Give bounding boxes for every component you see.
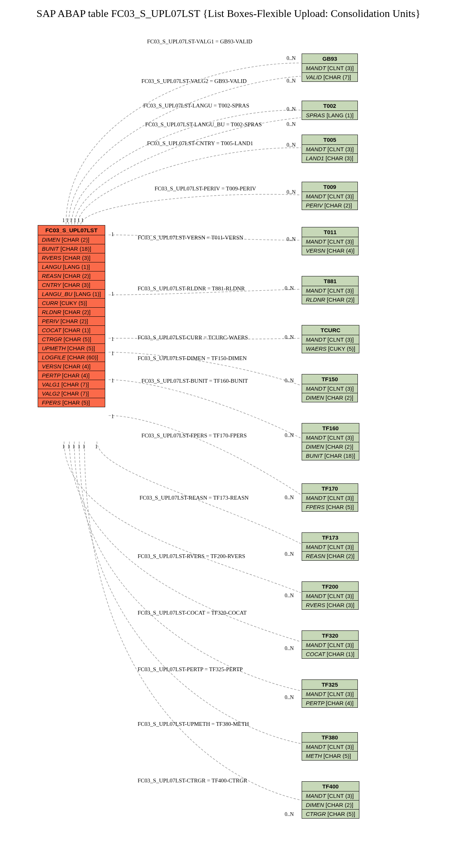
entity-field: LANGU [LANG (1)] [38,262,105,271]
entity-tf150: TF150MANDT [CLNT (3)]DIMEN [CHAR (2)] [302,374,358,402]
relationship-label: FC03_S_UPL07LST-VERSN = T011-VERSN [138,235,243,241]
entity-field: BUNIT [CHAR (18)] [38,244,105,253]
entity-field: DIMEN [CHAR (2)] [302,442,359,451]
relationship-label: FC03_S_UPL07LST-RVERS = TF200-RVERS [138,553,245,560]
cardinality-src: 1 [95,444,98,450]
relationship-label: FC03_S_UPL07LST-VALG2 = GB93-VALID [141,78,247,84]
cardinality-dst: 0..N [285,285,294,291]
entity-field: COCAT [CHAR (1)] [38,326,105,335]
entity-tcurc: TCURCMANDT [CLNT (3)]WAERS [CUKY (5)] [302,325,359,353]
entity-field: VERSN [CHAR (4)] [302,246,358,255]
entity-header: GB93 [302,54,357,64]
entity-header: T002 [302,101,357,111]
entity-tf170: TF170MANDT [CLNT (3)]FPERS [CHAR (5)] [302,483,358,512]
cardinality-dst: 0..N [285,378,294,384]
relationship-label: FC03_S_UPL07LST-REASN = TF173-REASN [140,495,248,501]
entity-field: LAND1 [CHAR (3)] [302,154,357,163]
entity-header: T011 [302,227,358,237]
cardinality-src: 1 [78,444,80,450]
entity-header: TF325 [302,680,357,690]
entity-field: COCAT [CHAR (1)] [302,650,358,658]
entity-field: FPERS [CHAR (5)] [38,398,105,407]
entity-header: TF160 [302,423,359,433]
cardinality-dst: 0..N [285,646,294,652]
relationship-label: FC03_S_UPL07LST-UPMETH = TF380-METH [138,721,249,727]
entity-header: TF170 [302,484,358,494]
entity-t009: T009MANDT [CLNT (3)]PERIV [CHAR (2)] [302,182,358,210]
cardinality-dst: 0..N [285,495,294,501]
cardinality-src: 1 [77,218,80,224]
entity-header: TF320 [302,631,358,641]
relationship-label: FC03_S_UPL07LST-CNTRY = T005-LAND1 [147,140,253,147]
entity-field: PERIV [CHAR (2)] [38,317,105,326]
cardinality-dst: 0..N [285,551,294,557]
connector-lines [8,27,449,857]
page-title: SAP ABAP table FC03_S_UPL07LST {List Box… [8,8,449,20]
entity-field: UPMETH [CHAR (5)] [38,344,105,353]
cardinality-dst: 0..N [287,55,296,61]
entity-header: TF200 [302,582,358,592]
entity-tf325: TF325MANDT [CLNT (3)]PERTP [CHAR (4)] [302,679,358,708]
entity-field: MANDT [CLNT (3)] [302,145,357,154]
entity-field: RLDNR [CHAR (2)] [38,308,105,317]
entity-fc03_s_upl07lst: FC03_S_UPL07LSTDIMEN [CHAR (2)]BUNIT [CH… [38,225,105,407]
relationship-label: FC03_S_UPL07LST-CTRGR = TF400-CTRGR [138,778,247,784]
entity-field: MANDT [CLNT (3)] [302,494,358,503]
entity-tf380: TF380MANDT [CLNT (3)]METH [CHAR (5)] [302,732,358,761]
cardinality-src: 1 [111,291,114,297]
cardinality-dst: 0..N [285,593,294,599]
cardinality-src: 1 [62,444,65,450]
cardinality-src: 1 [70,218,72,224]
cardinality-src: 1 [111,232,114,238]
cardinality-src: 1 [111,351,114,357]
entity-field: MANDT [CLNT (3)] [302,433,359,442]
cardinality-src: 1 [81,218,84,224]
cardinality-src: 1 [72,444,75,450]
entity-tf160: TF160MANDT [CLNT (3)]DIMEN [CHAR (2)]BUN… [302,423,359,460]
entity-field: VALG1 [CHAR (7)] [38,380,105,389]
relationship-label: FC03_S_UPL07LST-LANGU = T002-SPRAS [143,103,249,109]
relationship-label: FC03_S_UPL07LST-COCAT = TF320-COCAT [138,610,247,616]
entity-field: MANDT [CLNT (3)] [302,592,358,601]
entity-field: MANDT [CLNT (3)] [302,286,358,295]
cardinality-src: 1 [74,218,76,224]
entity-field: LANGU_BU [LANG (1)] [38,290,105,299]
entity-field: MANDT [CLNT (3)] [302,192,357,201]
entity-tf173: TF173MANDT [CLNT (3)]REASN [CHAR (2)] [302,532,359,561]
entity-header: TCURC [302,325,359,335]
entity-field: MANDT [CLNT (3)] [302,641,358,650]
entity-field: PERTP [CHAR (4)] [38,371,105,380]
entity-field: MANDT [CLNT (3)] [302,742,357,751]
cardinality-src: 1 [111,336,114,342]
er-diagram: FC03_S_UPL07LSTDIMEN [CHAR (2)]BUNIT [CH… [8,27,449,857]
entity-field: MANDT [CLNT (3)] [302,384,357,393]
entity-tf320: TF320MANDT [CLNT (3)]COCAT [CHAR (1)] [302,630,359,659]
entity-field: MANDT [CLNT (3)] [302,543,358,552]
cardinality-dst: 0..N [287,189,296,195]
entity-t881: T881MANDT [CLNT (3)]RLDNR [CHAR (2)] [302,276,359,304]
entity-header: TF173 [302,533,358,543]
entity-field: MANDT [CLNT (3)] [302,64,357,73]
entity-field: BUNIT [CHAR (18)] [302,451,359,460]
entity-field: VERSN [CHAR (4)] [38,362,105,371]
entity-header: TF380 [302,733,357,742]
entity-field: SPRAS [LANG (1)] [302,111,357,120]
relationship-label: FC03_S_UPL07LST-FPERS = TF170-FPERS [141,432,247,439]
entity-header: FC03_S_UPL07LST [38,225,105,235]
entity-field: RVERS [CHAR (3)] [38,253,105,262]
cardinality-dst: 0..N [285,432,294,439]
cardinality-dst: 0..N [287,106,296,112]
relationship-label: FC03_S_UPL07LST-DIMEN = TF150-DIMEN [138,355,247,362]
entity-t011: T011MANDT [CLNT (3)]VERSN [CHAR (4)] [302,227,359,255]
entity-field: MANDT [CLNT (3)] [302,237,358,246]
entity-t002: T002SPRAS [LANG (1)] [302,101,358,120]
relationship-label: FC03_S_UPL07LST-BUNIT = TF160-BUNIT [141,378,248,384]
cardinality-dst: 0..N [287,78,296,84]
entity-gb93: GB93MANDT [CLNT (3)]VALID [CHAR (7)] [302,54,358,82]
cardinality-src: 1 [111,414,114,420]
cardinality-dst: 0..N [285,695,294,701]
entity-field: CNTRY [CHAR (3)] [38,281,105,290]
entity-field: DIMEN [CHAR (2)] [38,235,105,244]
relationship-label: FC03_S_UPL07LST-PERIV = T009-PERIV [155,186,256,192]
cardinality-dst: 0..N [287,236,296,242]
